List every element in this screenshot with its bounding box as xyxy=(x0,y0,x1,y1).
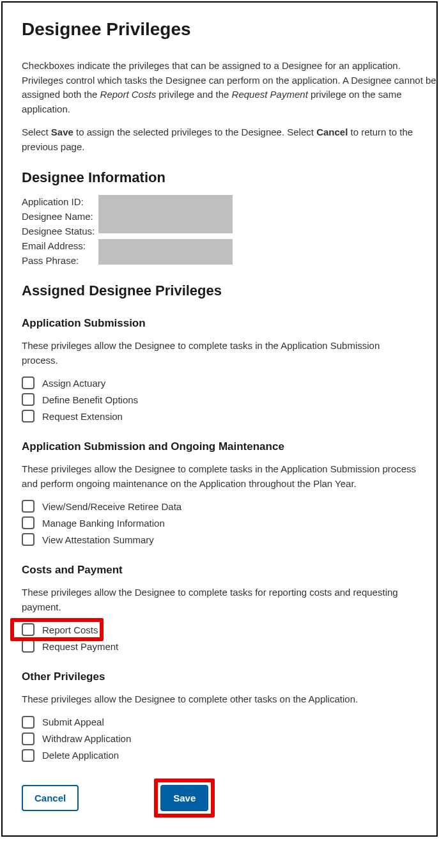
assigned-privileges-heading: Assigned Designee Privileges xyxy=(22,283,417,299)
section-costs-payment-desc: These privileges allow the Designee to c… xyxy=(22,585,417,614)
intro-request-payment: Request Payment xyxy=(232,89,308,100)
action-buttons-row: Cancel Save xyxy=(22,780,417,816)
checkbox-label: Manage Banking Information xyxy=(42,518,165,529)
section-app-maintenance-title: Application Submission and Ongoing Maint… xyxy=(22,440,417,453)
checkbox-label: Define Benefit Options xyxy=(42,394,138,405)
intro-cancel-word: Cancel xyxy=(316,127,348,137)
value-redacted xyxy=(98,195,233,233)
checkbox-icon[interactable] xyxy=(22,376,35,389)
checkbox-icon[interactable] xyxy=(22,640,35,653)
checkbox-icon[interactable] xyxy=(22,500,35,513)
checkbox-submit-appeal[interactable]: Submit Appeal xyxy=(22,716,417,729)
checkbox-withdraw-application[interactable]: Withdraw Application xyxy=(22,732,417,745)
section-other-title: Other Privileges xyxy=(22,670,417,683)
checkbox-icon[interactable] xyxy=(22,410,35,422)
intro-report-costs: Report Costs xyxy=(100,89,157,100)
designee-info-grid: Application ID: Designee Name: Designee … xyxy=(22,195,417,267)
intro-text: to assign the selected privileges to the… xyxy=(73,127,316,137)
section-app-submission-desc: These privileges allow the Designee to c… xyxy=(22,339,417,368)
section-costs-payment-title: Costs and Payment xyxy=(22,564,417,577)
checkbox-label: Request Extension xyxy=(42,411,123,422)
checkbox-label: View/Send/Receive Retiree Data xyxy=(42,501,181,512)
checkbox-label: Report Costs xyxy=(42,624,98,635)
checkbox-icon[interactable] xyxy=(22,533,35,546)
checkbox-delete-application[interactable]: Delete Application xyxy=(22,749,417,762)
checkbox-label: Withdraw Application xyxy=(42,733,131,744)
intro-paragraph-1: Checkboxes indicate the privileges that … xyxy=(22,59,439,116)
save-button[interactable]: Save xyxy=(160,785,208,811)
page-title: Designee Privileges xyxy=(22,19,417,40)
checkbox-report-costs-row[interactable]: Report Costs xyxy=(22,623,417,636)
checkbox-banking-info[interactable]: Manage Banking Information xyxy=(22,516,417,529)
checkbox-label: Assign Actuary xyxy=(42,378,105,389)
checkbox-attestation-summary[interactable]: View Attestation Summary xyxy=(22,533,417,546)
checkbox-icon[interactable] xyxy=(22,516,35,529)
checkbox-assign-actuary[interactable]: Assign Actuary xyxy=(22,376,417,389)
label-designee-name: Designee Name: xyxy=(22,210,98,223)
page-container: Designee Privileges Checkboxes indicate … xyxy=(1,1,438,837)
intro-paragraph-2: Select Save to assign the selected privi… xyxy=(22,125,417,154)
checkbox-request-payment[interactable]: Request Payment xyxy=(22,640,417,653)
section-other-desc: These privileges allow the Designee to c… xyxy=(22,692,417,707)
checkbox-icon[interactable] xyxy=(22,716,35,729)
checkbox-icon[interactable] xyxy=(22,623,35,636)
checkbox-label: View Attestation Summary xyxy=(42,534,154,545)
checkbox-icon[interactable] xyxy=(22,749,35,762)
checkbox-define-benefit-options[interactable]: Define Benefit Options xyxy=(22,393,417,406)
intro-save-word: Save xyxy=(51,127,73,137)
checkbox-label: Delete Application xyxy=(42,750,119,761)
checkbox-icon[interactable] xyxy=(22,393,35,406)
cancel-button[interactable]: Cancel xyxy=(22,785,79,811)
label-designee-status: Designee Status: xyxy=(22,224,98,238)
section-app-maintenance-desc: These privileges allow the Designee to c… xyxy=(22,462,417,491)
value-redacted xyxy=(98,239,233,265)
section-app-submission-title: Application Submission xyxy=(22,317,417,330)
checkbox-icon[interactable] xyxy=(22,732,35,745)
label-email: Email Address: xyxy=(22,239,98,252)
label-pass-phrase: Pass Phrase: xyxy=(22,254,98,267)
label-app-id: Application ID: xyxy=(22,195,98,208)
intro-text: Select xyxy=(22,127,51,137)
checkbox-label: Request Payment xyxy=(42,641,118,652)
designee-info-heading: Designee Information xyxy=(22,169,417,186)
checkbox-label: Submit Appeal xyxy=(42,717,104,727)
checkbox-request-extension[interactable]: Request Extension xyxy=(22,410,417,422)
intro-text: privilege and the xyxy=(156,89,231,100)
checkbox-retiree-data[interactable]: View/Send/Receive Retiree Data xyxy=(22,500,417,513)
